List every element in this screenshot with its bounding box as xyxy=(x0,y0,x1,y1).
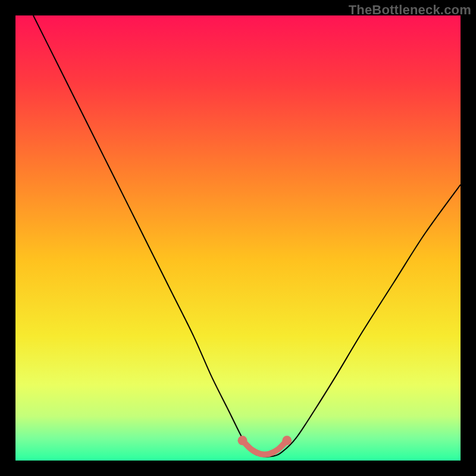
chart-svg xyxy=(15,15,461,461)
chart-frame: TheBottleneck.com xyxy=(0,0,476,476)
optimal-range-endpoint xyxy=(282,436,292,445)
gradient-background xyxy=(15,15,461,461)
watermark-text: TheBottleneck.com xyxy=(349,2,471,18)
plot-area xyxy=(15,15,461,461)
optimal-range-endpoint xyxy=(237,436,247,445)
